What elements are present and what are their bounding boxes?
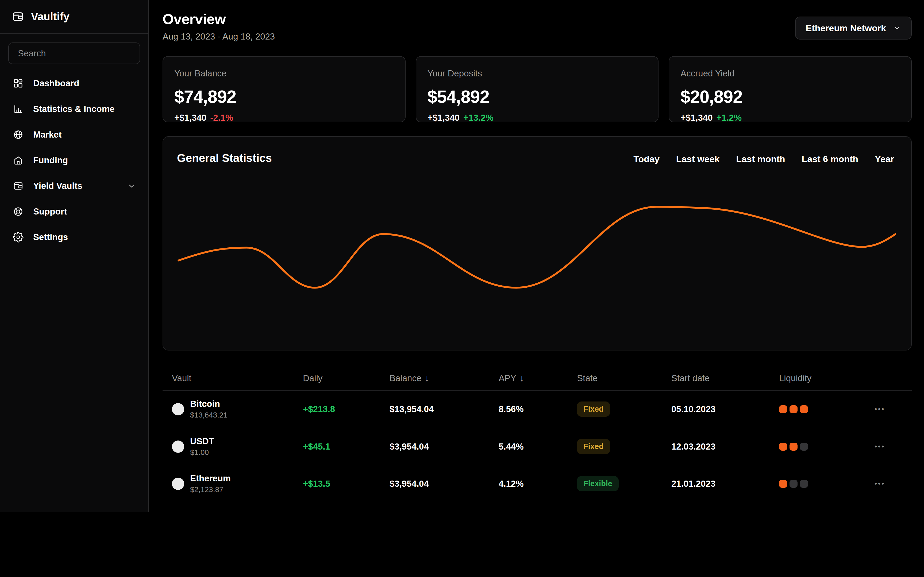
table-row-bitcoin[interactable]: Bitcoin$13,643.21+$213.8$13,954.048.56%F… — [163, 390, 912, 428]
table-row-usdt[interactable]: USDT$1.00+$45.1$3,954.045.44%Fixed12.03.… — [163, 428, 912, 465]
vault-cell: Ethereum$2,123.87 — [163, 473, 294, 494]
general-statistics-card: General Statistics TodayLast weekLast mo… — [163, 136, 912, 350]
liquidity-indicator — [779, 480, 865, 488]
column-header-apy[interactable]: APY↓ — [489, 373, 568, 383]
vault-cell: USDT$1.00 — [163, 436, 294, 457]
sidebar-item-funding[interactable]: Funding — [0, 147, 149, 173]
balance-card: Your Balance $74,892 +$1,340 -2.1% — [163, 56, 405, 122]
row-menu-button[interactable]: ••• — [865, 479, 912, 488]
card-value: $54,892 — [428, 87, 647, 107]
balance-value: $3,954.04 — [380, 442, 489, 452]
card-delta: +$1,340 +13.2% — [428, 113, 647, 123]
column-header-label: Daily — [303, 373, 322, 383]
gear-icon — [13, 232, 24, 243]
column-header-label: State — [577, 373, 598, 383]
column-header-vault: Vault — [163, 373, 294, 383]
card-label: Your Deposits — [428, 68, 647, 79]
search-input[interactable] — [8, 42, 140, 64]
liquidity-dot — [790, 443, 798, 451]
search-container — [0, 34, 149, 64]
network-selector[interactable]: Ethereum Network — [795, 16, 912, 40]
vault-price: $2,123.87 — [190, 485, 231, 494]
lifebuoy-icon — [13, 206, 24, 217]
delta-percent: +1.2% — [717, 113, 742, 123]
card-value: $20,892 — [680, 87, 900, 107]
yield-card: Accrued Yield $20,892 +$1,340 +1.2% — [669, 56, 912, 122]
column-header-label: Start date — [671, 373, 709, 383]
liquidity-dot — [779, 405, 787, 413]
tab-last-6-month[interactable]: Last 6 month — [802, 154, 858, 164]
card-label: Accrued Yield — [680, 68, 900, 79]
liquidity-dot — [790, 405, 798, 413]
column-header-daily: Daily — [294, 373, 380, 383]
sidebar-nav: DashboardStatistics & IncomeMarketFundin… — [0, 71, 149, 250]
tab-year[interactable]: Year — [875, 154, 894, 164]
logo: Vaultify — [0, 0, 149, 34]
daily-change: +$213.8 — [294, 404, 380, 414]
sidebar-item-yield-vaults[interactable]: Yield Vaults — [0, 173, 149, 199]
column-header-label: Liquidity — [779, 373, 811, 383]
home-icon — [13, 155, 24, 166]
sidebar-item-dashboard[interactable]: Dashboard — [0, 71, 149, 96]
vault-price: $13,643.21 — [190, 411, 228, 419]
sort-desc-icon: ↓ — [425, 373, 429, 383]
apy-value: 5.44% — [489, 442, 568, 452]
state-cell: Fixed — [568, 401, 662, 417]
delta-percent: -2.1% — [210, 113, 233, 123]
daily-change: +$45.1 — [294, 442, 380, 452]
vault-price: $1.00 — [190, 448, 214, 457]
liquidity-cell — [770, 405, 865, 413]
daily-change: +$13.5 — [294, 479, 380, 489]
tab-last-week[interactable]: Last week — [676, 154, 720, 164]
sidebar-item-statistics-income[interactable]: Statistics & Income — [0, 96, 149, 122]
sidebar-item-settings[interactable]: Settings — [0, 224, 149, 250]
coin-avatar — [172, 478, 184, 490]
state-badge: Fixed — [577, 439, 610, 454]
liquidity-dot — [790, 480, 798, 488]
tab-last-month[interactable]: Last month — [736, 154, 785, 164]
start-date: 21.01.2023 — [662, 479, 770, 489]
liquidity-dot — [800, 480, 808, 488]
vault-names: Bitcoin$13,643.21 — [190, 399, 228, 419]
liquidity-cell — [770, 480, 865, 488]
vaults-table-body: Bitcoin$13,643.21+$213.8$13,954.048.56%F… — [163, 390, 912, 502]
delta-amount: +$1,340 — [680, 113, 712, 123]
coin-avatar — [172, 440, 184, 453]
stat-cards: Your Balance $74,892 +$1,340 -2.1% Your … — [163, 56, 912, 122]
sidebar-item-support[interactable]: Support — [0, 199, 149, 224]
state-cell: Fixed — [568, 439, 662, 454]
column-header-label: Balance — [389, 373, 422, 383]
delta-percent: +13.2% — [464, 113, 494, 123]
chevron-down-icon — [893, 24, 901, 32]
start-date: 05.10.2023 — [662, 404, 770, 414]
vault-cell: Bitcoin$13,643.21 — [163, 399, 294, 419]
balance-value: $3,954.04 — [380, 479, 489, 489]
sidebar-item-label: Dashboard — [33, 78, 79, 89]
deposits-card: Your Deposits $54,892 +$1,340 +13.2% — [416, 56, 659, 122]
sort-desc-icon: ↓ — [520, 373, 524, 383]
state-badge: Fixed — [577, 401, 610, 417]
delta-amount: +$1,340 — [428, 113, 460, 123]
liquidity-cell — [770, 443, 865, 451]
tab-today[interactable]: Today — [633, 154, 659, 164]
table-row-ethereum[interactable]: Ethereum$2,123.87+$13.5$3,954.044.12%Fle… — [163, 465, 912, 502]
app-title: Vaultify — [31, 11, 69, 23]
card-label: Your Balance — [174, 68, 394, 79]
statistics-icon — [13, 104, 24, 114]
column-header-balance[interactable]: Balance↓ — [380, 373, 489, 383]
vaults-table: VaultDailyBalance↓APY↓StateStart dateLiq… — [163, 366, 912, 502]
sidebar-item-market[interactable]: Market — [0, 122, 149, 147]
table-header-row: VaultDailyBalance↓APY↓StateStart dateLiq… — [163, 366, 912, 390]
statistics-line-chart — [176, 201, 896, 294]
wallet-icon — [13, 181, 24, 191]
row-menu-button[interactable]: ••• — [865, 405, 912, 413]
sidebar: Vaultify DashboardStatistics & IncomeMar… — [0, 0, 149, 512]
apy-value: 8.56% — [489, 404, 568, 414]
liquidity-dot — [800, 443, 808, 451]
row-menu-button[interactable]: ••• — [865, 442, 912, 451]
coin-avatar — [172, 403, 184, 415]
globe-icon — [13, 129, 24, 140]
sidebar-item-label: Settings — [33, 232, 68, 242]
sidebar-item-label: Support — [33, 206, 67, 217]
delta-amount: +$1,340 — [174, 113, 207, 123]
